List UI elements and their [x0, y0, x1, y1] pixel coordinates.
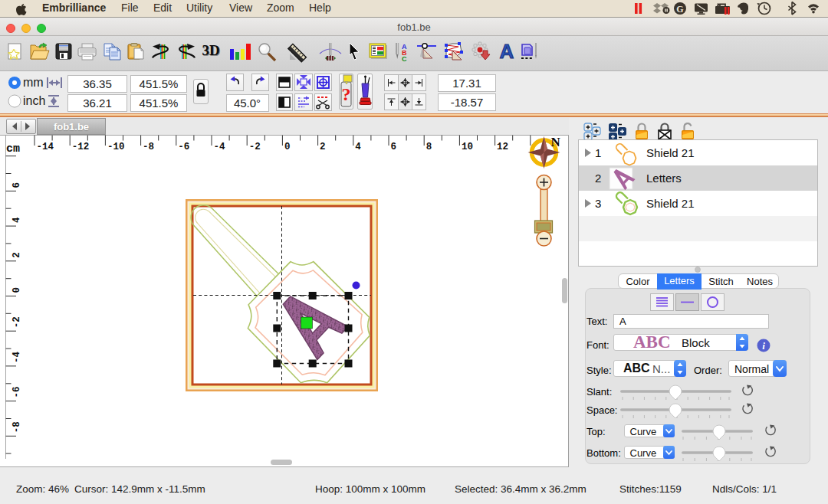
svg-text:-6: -6 — [178, 142, 189, 152]
svg-text:Shield 21: Shield 21 — [646, 146, 695, 159]
svg-text:8: 8 — [426, 142, 432, 152]
svg-text:4: 4 — [355, 142, 361, 152]
svg-text:N: N — [551, 135, 561, 149]
svg-text:2: 2 — [595, 172, 601, 185]
svg-text:-10: -10 — [107, 142, 125, 152]
svg-text:1: 1 — [595, 146, 601, 159]
svg-text:?: ? — [342, 84, 351, 104]
svg-text:A: A — [500, 40, 514, 63]
svg-text:cm: cm — [6, 142, 20, 155]
svg-text:0: 0 — [12, 287, 22, 293]
svg-text:-2: -2 — [249, 142, 261, 152]
svg-text:-14: -14 — [37, 142, 54, 152]
svg-text:-2: -2 — [12, 316, 22, 328]
svg-text:10: 10 — [462, 142, 473, 152]
svg-text:-4: -4 — [12, 351, 22, 363]
svg-text:3D: 3D — [202, 42, 219, 58]
svg-text:Letters: Letters — [646, 172, 682, 185]
svg-text:C: C — [402, 55, 407, 63]
svg-text:3: 3 — [595, 197, 601, 210]
svg-text:-6: -6 — [12, 387, 22, 398]
svg-text:6: 6 — [12, 182, 22, 188]
svg-text:-12: -12 — [72, 142, 90, 152]
svg-text:12: 12 — [497, 142, 508, 152]
svg-text:6: 6 — [391, 142, 397, 152]
svg-text:2: 2 — [12, 252, 22, 258]
svg-text:-8: -8 — [143, 142, 154, 152]
svg-text:-4: -4 — [214, 142, 226, 152]
svg-text:0: 0 — [284, 142, 291, 152]
svg-text:i: i — [762, 340, 765, 352]
svg-text:G: G — [676, 4, 683, 15]
svg-text:Shield 21: Shield 21 — [646, 197, 695, 210]
svg-text:-8: -8 — [12, 421, 22, 433]
svg-text:2: 2 — [320, 142, 326, 152]
svg-text:4: 4 — [12, 217, 22, 223]
